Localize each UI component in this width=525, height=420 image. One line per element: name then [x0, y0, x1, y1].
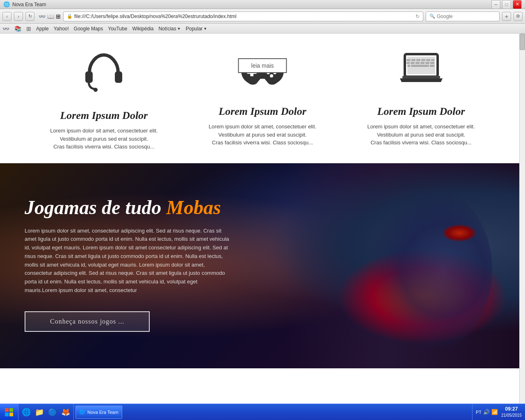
svg-rect-26	[411, 65, 429, 67]
hero-description: Lorem ipsum dolor sit amet, consectetur …	[25, 227, 230, 295]
browser-toolbar: ‹ › ↻ 👓 📖 ⊞ 🔒 ↻ 🔍 + ⚙	[0, 9, 525, 24]
leia-mais-button[interactable]: leia mais	[238, 58, 287, 73]
minimize-button[interactable]: ─	[491, 0, 500, 9]
card-2-title: Lorem Ipsum Dolor	[219, 105, 306, 118]
window-title: Nova Era Team	[12, 2, 46, 7]
hero-title-highlight: Mobas	[166, 196, 221, 218]
svg-rect-24	[430, 62, 434, 64]
hero-title-plain: Jogamas de tudo	[25, 196, 161, 218]
youtube-bookmark[interactable]: YouTube	[108, 26, 127, 32]
svg-rect-14	[411, 59, 415, 61]
search-input[interactable]	[437, 14, 496, 19]
refresh-button[interactable]: ↻	[25, 12, 34, 21]
forward-button[interactable]: ›	[14, 12, 23, 21]
card-2: leia mais	[191, 50, 334, 151]
wikipedia-bookmark[interactable]: Wikipédia	[132, 26, 153, 32]
noticias-bookmark[interactable]: Notícias ▼	[158, 26, 180, 32]
svg-point-7	[270, 74, 273, 78]
favorites-icon[interactable]: 📚	[14, 25, 21, 32]
close-button[interactable]: ✕	[513, 0, 522, 9]
laptop-icon	[397, 50, 446, 97]
svg-rect-23	[425, 62, 429, 64]
back-button[interactable]: ‹	[2, 12, 11, 21]
reading-list-icon[interactable]: 👓	[2, 25, 9, 32]
browser-icon: 🌐	[3, 1, 10, 7]
hero-content: Jogamas de tudo Mobas Lorem ipsum dolor …	[0, 163, 267, 348]
scrollbar[interactable]	[519, 34, 525, 368]
card-3: Lorem Ipsum Dolor Lorem ipsum dolor sit …	[350, 50, 493, 151]
svg-rect-22	[420, 62, 425, 64]
svg-rect-18	[431, 59, 434, 61]
apps-icon[interactable]: ⊞	[56, 13, 61, 20]
add-tab-button[interactable]: +	[502, 12, 511, 21]
reload-icon[interactable]: ↻	[415, 14, 420, 19]
svg-rect-21	[415, 62, 420, 64]
face-detail	[369, 188, 492, 352]
search-bar[interactable]: 🔍	[426, 11, 500, 21]
svg-rect-15	[416, 59, 420, 61]
grid-icon[interactable]: ⊞	[26, 25, 31, 32]
svg-rect-27	[430, 65, 434, 67]
card-2-text: Lorem ipsum dolor sit amet, consectetuer…	[209, 123, 316, 147]
maximize-button[interactable]: □	[502, 0, 511, 9]
card-3-title: Lorem Ipsum Dolor	[377, 105, 465, 118]
card-1: Lorem Ipsum Dolor Lorem ipsum dolor sit …	[32, 50, 175, 151]
settings-button[interactable]: ⚙	[514, 12, 523, 21]
page-content: Lorem Ipsum Dolor Lorem ipsum dolor sit …	[0, 34, 525, 368]
svg-rect-20	[411, 62, 415, 64]
svg-rect-19	[406, 62, 410, 64]
reading-mode-icon[interactable]: 👓	[39, 13, 46, 20]
apple-bookmark[interactable]: Apple	[36, 26, 49, 32]
url-input[interactable]	[74, 14, 415, 19]
svg-rect-1	[115, 71, 122, 83]
svg-rect-13	[406, 59, 411, 61]
card-3-text: Lorem ipsum dolor sit amet, consectetuer…	[368, 123, 475, 147]
svg-rect-28	[402, 76, 440, 78]
card-1-text: Lorem ipsum dolor sit amet, consectetuer…	[50, 127, 158, 151]
eye-detail	[443, 225, 476, 241]
address-bar[interactable]: 🔒 ↻	[63, 11, 423, 21]
google-maps-bookmark[interactable]: Google Maps	[74, 26, 103, 32]
title-bar: 🌐 Nova Era Team ─ □ ✕	[0, 0, 525, 9]
window-controls: ─ □ ✕	[491, 0, 522, 9]
bookmarks-bar: 👓 📚 ⊞ Apple Yahoo! Google Maps YouTube W…	[0, 24, 525, 34]
popular-dropdown-icon: ▼	[203, 27, 207, 31]
card-1-title: Lorem Ipsum Dolor	[60, 110, 148, 122]
icons-section: Lorem Ipsum Dolor Lorem ipsum dolor sit …	[0, 34, 525, 163]
svg-rect-17	[426, 59, 430, 61]
noticias-dropdown-icon: ▼	[177, 27, 181, 31]
popular-bookmark[interactable]: Popular ▼	[186, 26, 207, 32]
hero-title: Jogamas de tudo Mobas	[25, 196, 242, 219]
scrollbar-thumb[interactable]	[520, 34, 525, 50]
svg-rect-25	[407, 65, 410, 67]
hero-cta-button[interactable]: Conheça nossos jogos ...	[25, 311, 150, 332]
bookmarks-icon[interactable]: 📖	[47, 13, 54, 20]
svg-point-2	[94, 88, 98, 92]
svg-rect-16	[421, 59, 425, 61]
headset-icon	[81, 50, 126, 101]
hero-section: Jogamas de tudo Mobas Lorem ipsum dolor …	[0, 163, 525, 368]
gamepad-icon	[238, 50, 287, 97]
yahoo-bookmark[interactable]: Yahoo!	[54, 26, 69, 32]
search-glass-icon: 🔍	[429, 14, 435, 19]
